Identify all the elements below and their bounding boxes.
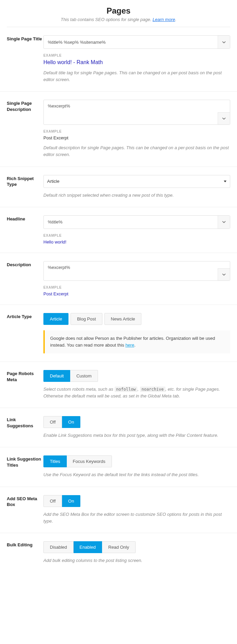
- headline-token-dropdown-button[interactable]: [218, 216, 230, 229]
- field-link-suggestions: Link Suggestions Off On Enable Link Sugg…: [0, 408, 237, 447]
- field-add-seo-meta-box: Add SEO Meta Box Off On Add the SEO Meta…: [0, 487, 237, 533]
- bulk-editing-group: Disabled Enabled Read Only: [43, 541, 230, 553]
- label-add-seo-meta-box: Add SEO Meta Box: [7, 495, 43, 525]
- robots-default[interactable]: Default: [43, 370, 70, 382]
- bulk-editing-readonly[interactable]: Read Only: [102, 541, 135, 553]
- field-description: Description EXAMPLE Post Excerpt: [0, 253, 237, 305]
- headline-input[interactable]: [44, 216, 218, 229]
- title-token-dropdown-button[interactable]: [218, 36, 230, 48]
- example-label: EXAMPLE: [43, 234, 230, 237]
- example-label: EXAMPLE: [43, 54, 230, 57]
- desc-example-preview: Post Excerpt: [43, 135, 230, 140]
- notice-here-link[interactable]: here: [125, 343, 134, 348]
- field-article-type: Article Type Article Blog Post News Arti…: [0, 305, 237, 362]
- robots-help: Select custom robots meta, such as nofol…: [43, 386, 230, 399]
- chevron-down-icon: [222, 40, 226, 44]
- article-type-notice: Google does not allow Person as the Publ…: [43, 330, 230, 353]
- label-link-suggestions: Link Suggestions: [7, 416, 43, 439]
- desc-token-dropdown-button[interactable]: [218, 112, 230, 124]
- page-header: Pages This tab contains SEO options for …: [0, 0, 237, 27]
- label-bulk-editing: Bulk Editing: [7, 541, 43, 564]
- link-suggestion-titles-titles[interactable]: Titles: [43, 455, 67, 467]
- example-label: EXAMPLE: [43, 286, 230, 289]
- robots-custom[interactable]: Custom: [70, 370, 98, 382]
- field-single-page-title: Single Page Title EXAMPLE Hello world! -…: [0, 27, 237, 92]
- add-seo-meta-box-group: Off On: [43, 495, 230, 507]
- description-input[interactable]: [44, 261, 218, 280]
- learn-more-link[interactable]: Learn more: [153, 17, 175, 22]
- chevron-down-icon: [222, 117, 226, 120]
- label-headline: Headline: [7, 215, 43, 245]
- dropdown-caret-icon: [224, 180, 226, 182]
- bulk-editing-enabled[interactable]: Enabled: [74, 541, 102, 553]
- example-label: EXAMPLE: [43, 130, 230, 133]
- headline-input-wrap: [43, 215, 230, 229]
- link-suggestion-titles-help: Use the Focus Keyword as the default tex…: [43, 471, 230, 478]
- seo-meta-box-on[interactable]: On: [62, 495, 80, 507]
- chevron-down-icon: [222, 220, 226, 224]
- rich-snippet-select[interactable]: Article: [43, 175, 230, 188]
- desc-input-wrap: [43, 100, 230, 125]
- single-page-title-input[interactable]: [44, 36, 218, 48]
- link-suggestions-help: Enable Link Suggestions meta box for thi…: [43, 432, 230, 439]
- description-token-dropdown-button[interactable]: [218, 268, 230, 280]
- link-suggestions-group: Off On: [43, 416, 230, 428]
- field-bulk-editing: Bulk Editing Disabled Enabled Read Only …: [0, 533, 237, 572]
- article-type-group: Article Blog Post News Article: [43, 313, 230, 325]
- label-link-suggestion-titles: Link Suggestion Titles: [7, 455, 43, 478]
- field-headline: Headline EXAMPLE Hello world!: [0, 207, 237, 253]
- code-nofollow: nofollow: [115, 387, 138, 392]
- field-rich-snippet-type: Rich Snippet Type Article Default rich s…: [0, 167, 237, 207]
- field-robots-meta: Page Robots Meta Default Custom Select c…: [0, 362, 237, 408]
- seo-meta-box-off[interactable]: Off: [43, 495, 62, 507]
- description-input-wrap: [43, 261, 230, 281]
- article-type-article[interactable]: Article: [43, 313, 68, 325]
- label-single-page-description: Single Page Description: [7, 100, 43, 158]
- headline-example-preview[interactable]: Hello world!: [43, 239, 230, 245]
- rich-snippet-help: Default rich snippet selected when creat…: [43, 192, 230, 199]
- bulk-editing-disabled[interactable]: Disabled: [43, 541, 74, 553]
- field-link-suggestion-titles: Link Suggestion Titles Titles Focus Keyw…: [0, 447, 237, 487]
- add-seo-meta-box-help: Add the SEO Meta Box for the editor scre…: [43, 511, 230, 525]
- link-suggestion-titles-group: Titles Focus Keywords: [43, 455, 230, 467]
- code-noarchive: noarchive: [140, 387, 165, 392]
- field-single-page-description: Single Page Description EXAMPLE Post Exc…: [0, 92, 237, 167]
- bulk-editing-help: Add bulk editing columns to the post lis…: [43, 557, 230, 564]
- title-help: Default title tag for single Page pages.…: [43, 70, 230, 83]
- robots-meta-group: Default Custom: [43, 370, 230, 382]
- page-subtitle: This tab contains SEO options for single…: [7, 17, 230, 22]
- link-suggestions-on[interactable]: On: [62, 416, 80, 428]
- desc-help: Default description for single Page page…: [43, 144, 230, 158]
- description-example-preview[interactable]: Post Excerpt: [43, 291, 230, 296]
- page-title: Pages: [7, 6, 230, 16]
- label-single-page-title: Single Page Title: [7, 35, 43, 83]
- chevron-down-icon: [222, 273, 226, 276]
- article-type-blog-post[interactable]: Blog Post: [71, 313, 102, 325]
- link-suggestions-off[interactable]: Off: [43, 416, 62, 428]
- label-description: Description: [7, 261, 43, 296]
- label-article-type: Article Type: [7, 313, 43, 353]
- link-suggestion-titles-focus[interactable]: Focus Keywords: [67, 455, 112, 467]
- rich-snippet-value: Article: [47, 179, 59, 184]
- subtitle-text: This tab contains SEO options for single…: [61, 17, 153, 22]
- single-page-description-input[interactable]: [44, 100, 218, 124]
- article-type-news-article[interactable]: News Article: [104, 313, 142, 325]
- title-input-wrap: [43, 35, 230, 49]
- label-rich-snippet: Rich Snippet Type: [7, 175, 43, 199]
- title-example-preview[interactable]: Hello world! - Rank Math: [43, 59, 230, 65]
- label-robots-meta: Page Robots Meta: [7, 370, 43, 399]
